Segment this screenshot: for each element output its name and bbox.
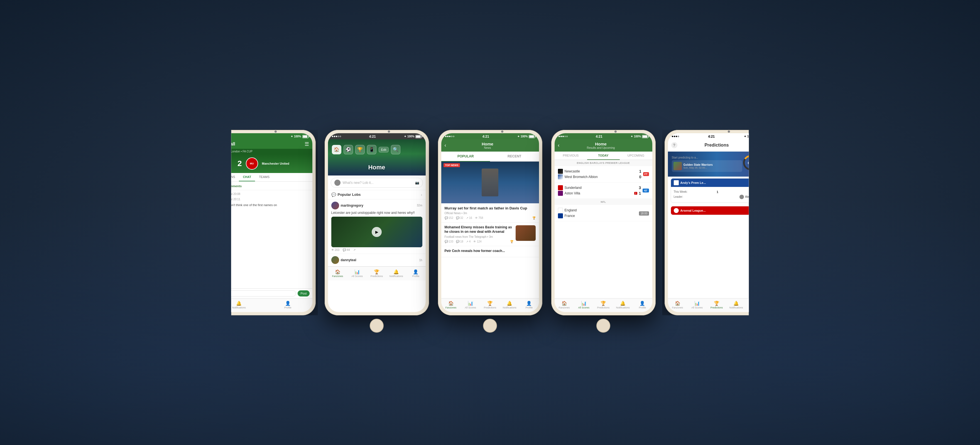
phone-5-tab-allscores[interactable]: 📊 All Scores [687,298,707,312]
phone-1-battery-icon [302,135,309,138]
phone-3-top-story-details: Murray set for first match as father in … [441,203,539,223]
phone-3-top-story-stats: 💬 152 💬 32 ↗ 16 👁 758 🏆 [445,216,536,219]
phone-4-match-3-home: England [558,208,636,213]
phone-5-tab-notifications[interactable]: 🔔 Notifications [726,298,746,312]
phone-3-stat-comments: 💬 32 [456,216,463,219]
phone-2-tab-profile[interactable]: 👤 Profile [406,267,425,280]
phone-1-profile-icon: 👤 [285,301,291,306]
phone-2-post-2-avatar [331,256,339,264]
phone-2-search-bar[interactable]: What's new? Lob it... 📷 [331,178,423,188]
phone-2-edit-button[interactable]: Edit [379,147,389,152]
phone-4-tab-allscores[interactable]: 📊 All Scores [574,298,593,312]
phone-4-dot4 [564,136,566,137]
phone-4-tab-profile[interactable]: 👤 Profile [633,298,652,312]
phone-4-match-2-away: Aston Villa 2 [558,191,637,196]
phone-3-tab-notifications[interactable]: 🔔 Notifications [500,298,519,312]
phone-4-camera [614,130,617,133]
phone-4-fanzones-label: Fanzones [559,306,570,309]
phone-4-subtitle: Results and Upcoming [560,146,642,149]
phone-3-signal [445,136,454,137]
phone-3-tab-fanzones[interactable]: 🏠 Fanzones [441,298,461,312]
phone-2-home-button[interactable] [370,319,383,333]
phone-4-match-2-badge: 42' [643,188,649,192]
phone-4-england-name: England [565,208,636,212]
phone-2-lobs-chevron[interactable]: › [421,192,422,197]
phone-1-tab-profile[interactable]: 👤 Profile [263,298,312,312]
phone-5-tab-predictions[interactable]: 🏆 Predictions [707,298,726,312]
phone-4-tab-upcoming[interactable]: UPCOMING [620,152,652,160]
phone-2-tab-allscores[interactable]: 📊 All Scores [347,267,367,280]
phone-3-tab-profile[interactable]: 👤 Profile [519,298,539,312]
phone-1-tab-chat[interactable]: CHAT [239,173,255,181]
phone-1-menu-icon[interactable]: ☰ [305,141,309,147]
phone-4-tab-today[interactable]: TODAY [587,152,620,160]
phone-5-predictions-icon: 🏆 [714,301,719,306]
phone-3-dot3 [449,136,450,137]
phone-3-battery-label: 100% [520,135,528,138]
phone-3-tab-allscores[interactable]: 📊 All Scores [461,298,480,312]
phone-4-screen: 4:21 ✦ 100% ‹ Home [555,133,652,312]
phone-5-tab-fanzones[interactable]: 🏠 Fanzones [668,298,687,312]
phone-2-home-icon[interactable]: 🏠 [332,145,341,154]
phone-3-battery-fill [529,135,534,138]
phone-4-aston-villa-name: Aston Villa [565,192,632,195]
phone-3-dot4 [451,136,452,137]
phone-4-tab-notifications[interactable]: 🔔 Notifications [613,298,633,312]
phone-3-tab-predictions[interactable]: 🏆 Predictions [480,298,500,312]
phone-3-home-button[interactable] [483,319,497,333]
phone-2-post-1-views: 👁 203 [331,249,339,252]
phone-5-hero-text: Start predicting to a... [672,156,742,159]
phone-4-header: ‹ Home Results and Upcoming [555,139,652,152]
phone-2-trophy-icon[interactable]: 🏆 [355,145,365,154]
phone-2-search-icon-btn[interactable]: 🔍 [391,145,400,154]
phone-4: 4:21 ✦ 100% ‹ Home [551,130,655,315]
phone-1-battery-label: 100% [294,135,301,138]
phone-2-tab-fanzones[interactable]: 🏠 Fanzones [328,267,347,280]
phone-5-dot1 [672,136,673,137]
phone-4-status-right: ✦ 100% [631,135,648,138]
phone-3-hero-image [441,162,539,203]
phone-4-sunderland-name: Sunderland [565,186,637,190]
phone-4-match-1-away-score: 0 [639,175,641,179]
phone-2-tab-notifications[interactable]: 🔔 Notifications [387,267,406,280]
phone-3-title: Home [446,142,529,146]
phone-2-mobile-icon[interactable]: 📱 [367,145,376,154]
phone-3-tab-popular[interactable]: POPULAR [441,152,490,162]
phone-4-england-logo [558,208,563,213]
phone-2-post-1-author-row: martingregory 32m [331,202,422,209]
phone-4-tab-previous[interactable]: PREVIOUS [555,152,587,160]
phone-2-camera-icon: 📷 [415,181,419,185]
phone-2-signal [332,136,341,137]
phone-1-match-teams: 2 MU Manchester United [237,157,289,169]
phone-1-tab-teams[interactable]: TEAMS [255,173,274,181]
phone-4-tab-predictions[interactable]: 🏆 Predictions [593,298,613,312]
phone-3-dot5 [453,136,454,137]
phone-1-status-right: ✦ 100% [291,135,309,138]
phone-3-story-2-source: Football news from The Telegraph [445,235,487,238]
phone-4-wba-logo [558,174,563,179]
phone-5-team-info: Golden State Warriors Sun, May 29, 02:00… [684,163,713,169]
phone-2-post-1-video[interactable]: ▶ [331,217,422,247]
phone-2-lobs-title-row: 💬 Popular Lobs [331,192,361,197]
phone-2-notifications-icon: 🔔 [393,270,399,274]
phone-4-tab-fanzones[interactable]: 🏠 Fanzones [555,298,574,312]
phone-3-status-bar: 4:21 ✦ 100% [441,133,539,139]
phone-4-dot3 [562,136,564,137]
phone-2-football-icon[interactable]: ⚽ [344,145,353,154]
phone-3-tab-recent[interactable]: RECENT [490,152,539,162]
phone-5-dot2 [674,136,675,137]
phone-3-story-2-title: Mohamed Elneny misses Basle training as … [445,225,513,234]
phone-1-team-badge: MU [246,157,258,169]
phone-5-notifications-icon: 🔔 [733,301,739,306]
phone-2-post-1-time: 32m [417,204,422,207]
phone-2-tab-predictions[interactable]: 🏆 Predictions [367,267,387,280]
phone-5-nbs-date: Sun, May 29, 02:00... [684,166,713,169]
phone-1-send-button[interactable]: Post [298,290,309,296]
phone-3-fanzones-label: Fanzones [445,306,457,309]
phones-row: 21 ✦ 100% Football ☰ [231,130,749,315]
phone-4-home-button[interactable] [597,319,610,333]
phone-3-header-center: Home News [446,142,529,149]
phone-4-match-1-home: Newcastle [558,169,638,174]
phone-4-match-1: Newcastle West Bromwich Albion 1 0 [555,166,652,182]
phone-5-help-icon[interactable]: ? [671,142,678,148]
